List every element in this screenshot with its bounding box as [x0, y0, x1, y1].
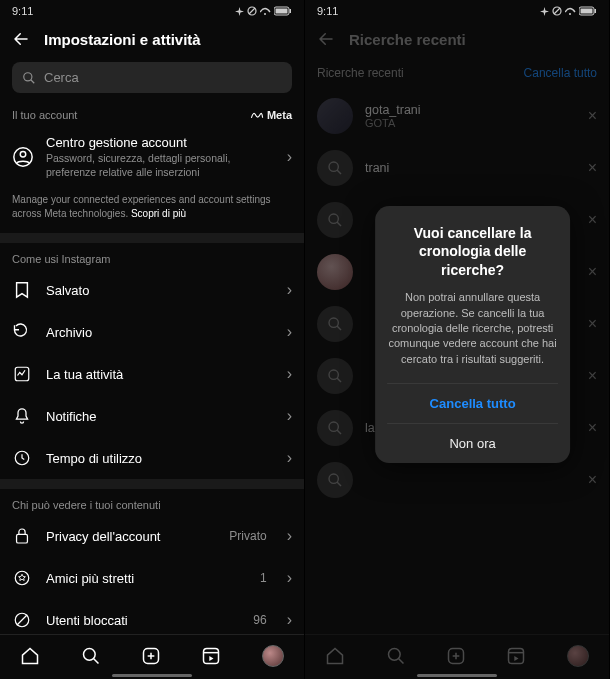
- svg-line-1: [249, 8, 255, 14]
- row-blocked[interactable]: Utenti bloccati 96 ›: [0, 599, 304, 634]
- search-icon: [22, 71, 36, 85]
- page-title: Ricerche recenti: [349, 31, 466, 48]
- nav-home-icon[interactable]: [325, 646, 345, 666]
- settings-screen: 9:11 Impostazioni e attività Cerca Il tu…: [0, 0, 305, 679]
- accounts-center-desc: Password, sicurezza, dettagli personali,…: [46, 152, 275, 179]
- learn-more-link[interactable]: Scopri di più: [131, 208, 186, 219]
- meta-brand: Meta: [250, 109, 292, 121]
- nav-search-icon[interactable]: [81, 646, 101, 666]
- svg-point-6: [24, 72, 32, 80]
- svg-line-35: [337, 326, 341, 330]
- row-close-friends[interactable]: Amici più stretti 1 ›: [0, 557, 304, 599]
- nav-profile-icon[interactable]: [262, 645, 284, 667]
- status-icons: [540, 6, 597, 16]
- svg-point-34: [329, 318, 338, 327]
- chevron-right-icon: ›: [287, 407, 292, 425]
- lock-icon: [12, 527, 32, 545]
- svg-point-32: [329, 214, 338, 223]
- row-archive[interactable]: Archivio ›: [0, 311, 304, 353]
- bookmark-icon: [12, 281, 32, 299]
- section-usage-title: Come usi Instagram: [0, 243, 304, 269]
- status-bar: 9:11: [0, 0, 304, 22]
- home-indicator: [112, 674, 192, 677]
- bell-icon: [12, 407, 32, 425]
- nav-reels-icon[interactable]: [201, 646, 221, 666]
- chevron-right-icon: ›: [287, 281, 292, 299]
- home-indicator: [417, 674, 497, 677]
- star-circle-icon: [12, 569, 32, 587]
- row-notifications[interactable]: Notifiche ›: [0, 395, 304, 437]
- svg-point-2: [264, 13, 266, 15]
- nav-create-icon[interactable]: [446, 646, 466, 666]
- svg-rect-29: [595, 9, 597, 13]
- svg-rect-28: [581, 9, 593, 14]
- remove-icon[interactable]: ×: [588, 367, 597, 385]
- back-icon[interactable]: [12, 30, 30, 48]
- search-icon: [317, 202, 353, 238]
- row-saved[interactable]: Salvato ›: [0, 269, 304, 311]
- row-privacy[interactable]: Privacy dell'account Privato ›: [0, 515, 304, 557]
- remove-icon[interactable]: ×: [588, 107, 597, 125]
- activity-icon: [12, 365, 32, 383]
- status-icons: [235, 6, 292, 16]
- page-title: Impostazioni e attività: [44, 31, 201, 48]
- nav-search-icon[interactable]: [386, 646, 406, 666]
- remove-icon[interactable]: ×: [588, 211, 597, 229]
- person-circle-icon: [12, 146, 34, 168]
- search-icon: [317, 306, 353, 342]
- dialog-body: Non potrai annullare questa operazione. …: [387, 290, 558, 367]
- status-bar: 9:11: [305, 0, 609, 22]
- svg-line-31: [337, 170, 341, 174]
- svg-point-17: [83, 649, 95, 661]
- search-input[interactable]: Cerca: [12, 62, 292, 93]
- svg-point-30: [329, 162, 338, 171]
- svg-line-15: [17, 615, 28, 626]
- search-icon: [317, 150, 353, 186]
- svg-line-39: [337, 430, 341, 434]
- search-result-user[interactable]: gota_trani GOTA ×: [305, 90, 609, 142]
- recent-heading: Ricerche recenti: [317, 66, 404, 80]
- svg-point-40: [329, 474, 338, 483]
- accounts-center-row[interactable]: Centro gestione account Password, sicure…: [0, 125, 304, 189]
- nav-home-icon[interactable]: [20, 646, 40, 666]
- chevron-right-icon: ›: [287, 449, 292, 467]
- remove-icon[interactable]: ×: [588, 419, 597, 437]
- account-heading: Il tuo account: [12, 109, 77, 121]
- chevron-right-icon: ›: [287, 148, 292, 166]
- back-icon[interactable]: [317, 30, 335, 48]
- remove-icon[interactable]: ×: [588, 315, 597, 333]
- svg-line-18: [93, 659, 98, 664]
- chevron-right-icon: ›: [287, 323, 292, 341]
- nav-reels-icon[interactable]: [506, 646, 526, 666]
- clear-all-link[interactable]: Cancella tutto: [524, 66, 597, 80]
- svg-line-43: [398, 659, 403, 664]
- svg-line-7: [31, 79, 35, 83]
- dialog-confirm-button[interactable]: Cancella tutto: [387, 383, 558, 423]
- remove-icon[interactable]: ×: [588, 471, 597, 489]
- row-time[interactable]: Tempo di utilizzo ›: [0, 437, 304, 479]
- dialog-cancel-button[interactable]: Non ora: [387, 423, 558, 463]
- user-avatar: [317, 254, 353, 290]
- svg-line-33: [337, 222, 341, 226]
- user-avatar: [317, 98, 353, 134]
- search-icon: [317, 358, 353, 394]
- block-icon: [12, 611, 32, 629]
- remove-icon[interactable]: ×: [588, 263, 597, 281]
- status-time: 9:11: [12, 5, 33, 17]
- meta-icon: [250, 110, 264, 120]
- row-activity[interactable]: La tua attività ›: [0, 353, 304, 395]
- chevron-right-icon: ›: [287, 611, 292, 629]
- remove-icon[interactable]: ×: [588, 159, 597, 177]
- search-result-term[interactable]: trani ×: [305, 142, 609, 194]
- search-placeholder: Cerca: [44, 70, 79, 85]
- chevron-right-icon: ›: [287, 365, 292, 383]
- accounts-center-title: Centro gestione account: [46, 135, 275, 150]
- header: Impostazioni e attività: [0, 22, 304, 56]
- archive-icon: [12, 323, 32, 341]
- nav-create-icon[interactable]: [141, 646, 161, 666]
- svg-rect-4: [276, 9, 288, 14]
- meta-note: Manage your connected experiences and ac…: [0, 189, 304, 243]
- bottom-nav: [305, 634, 609, 679]
- nav-profile-icon[interactable]: [567, 645, 589, 667]
- search-icon: [317, 462, 353, 498]
